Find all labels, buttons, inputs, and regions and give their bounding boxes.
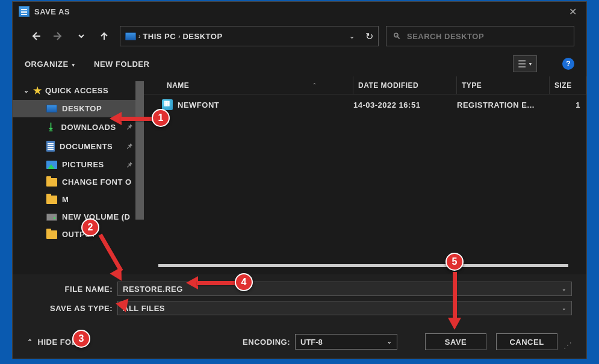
search-box[interactable]: 🔍︎: [386, 26, 574, 46]
search-icon: 🔍︎: [393, 31, 401, 41]
sidebar-item-label: DOWNLOADS: [61, 123, 116, 132]
cancel-button[interactable]: CANCEL: [496, 333, 557, 350]
sidebar-item-change-font-o[interactable]: CHANGE FONT O: [13, 173, 144, 191]
sidebar-header-quick-access[interactable]: ⌄ ★ QUICK ACCESS: [13, 81, 144, 100]
hide-folders-button[interactable]: ⌃ HIDE FOL: [27, 338, 76, 347]
folder-icon: [46, 196, 57, 204]
view-mode-button[interactable]: ☰▼: [513, 55, 537, 72]
column-type[interactable]: TYPE: [457, 76, 550, 94]
refresh-button[interactable]: ↻: [365, 31, 373, 42]
notepad-icon: [19, 6, 29, 17]
folder-icon: [46, 230, 57, 239]
save-button[interactable]: SAVE: [425, 333, 486, 350]
file-name-value: RESTORE.REG: [123, 285, 183, 294]
encoding-label: ENCODING:: [243, 338, 290, 347]
sidebar-item-desktop[interactable]: DESKTOP: [13, 100, 144, 117]
breadcrumb-leaf[interactable]: DESKTOP: [182, 32, 222, 41]
recent-dropdown[interactable]: [70, 25, 92, 47]
sidebar-scrollbar[interactable]: [135, 81, 144, 220]
quick-access-label: QUICK ACCESS: [45, 86, 108, 95]
encoding-select[interactable]: UTF-8 ⌄: [295, 334, 397, 350]
sidebar-item-label: PICTURES: [62, 160, 104, 169]
up-button[interactable]: [93, 25, 115, 47]
star-icon: ★: [33, 85, 42, 96]
file-row[interactable]: NEWFONT14-03-2022 16:51REGISTRATION E...…: [144, 94, 586, 115]
nav-row: › THIS PC › DESKTOP ⌄ ↻ 🔍︎: [13, 21, 586, 51]
pin-icon: 📌︎: [126, 161, 134, 169]
column-size[interactable]: SIZE: [550, 76, 586, 94]
sidebar-item-label: CHANGE FONT O: [62, 177, 132, 187]
file-name-label: FILE NAME:: [27, 285, 117, 294]
column-date[interactable]: DATE MODIFIED: [353, 76, 457, 94]
monitor-icon: [46, 105, 57, 113]
file-name: NEWFONT: [178, 100, 219, 110]
sidebar: ⌄ ★ QUICK ACCESS DESKTOP⭳DOWNLOADS📌︎DOCU…: [13, 76, 144, 274]
pin-icon: 📌︎: [126, 142, 134, 150]
save-type-value: ALL FILES: [123, 304, 165, 313]
sidebar-item-pictures[interactable]: PICTURES📌︎: [13, 156, 144, 173]
chevron-up-icon: ⌃: [27, 338, 33, 346]
actions-row: ⌃ HIDE FOL ENCODING: UTF-8 ⌄ SAVE CANCEL…: [27, 333, 572, 350]
sidebar-item-label: DESKTOP: [62, 104, 102, 113]
titlebar: SAVE AS ✕: [13, 2, 586, 21]
sidebar-item-label: OUTPUT: [62, 230, 96, 239]
file-date: 14-03-2022 16:51: [353, 100, 457, 110]
resize-grip[interactable]: ⋰: [563, 341, 572, 350]
sidebar-item-label: DOCUMENTS: [60, 142, 113, 151]
encoding-value: UTF-8: [300, 338, 323, 347]
column-name[interactable]: NAME⌃: [162, 76, 353, 94]
organize-menu[interactable]: ORGANIZE▼: [25, 60, 76, 69]
sidebar-item-new-volume-d[interactable]: NEW VOLUME (D: [13, 208, 144, 226]
chevron-right-icon: ›: [176, 33, 182, 40]
chevron-down-icon: ▼: [529, 62, 533, 66]
forward-button[interactable]: [48, 25, 69, 47]
chevron-down-icon: ▼: [71, 63, 76, 68]
list-icon: ☰: [518, 58, 526, 70]
close-button[interactable]: ✕: [562, 4, 584, 20]
chevron-down-icon: ⌄: [23, 87, 29, 94]
help-button[interactable]: ?: [562, 58, 574, 70]
file-size: 1: [550, 100, 586, 110]
toolbar: ORGANIZE▼ NEW FOLDER ☰▼ ?: [13, 51, 586, 76]
bottom-panel: FILE NAME: RESTORE.REG ⌄ SAVE AS TYPE: A…: [13, 274, 586, 359]
content-split: ⌄ ★ QUICK ACCESS DESKTOP⭳DOWNLOADS📌︎DOCU…: [13, 76, 586, 274]
organize-label: ORGANIZE: [25, 60, 69, 69]
save-as-dialog: SAVE AS ✕ › THIS PC › DESKTOP ⌄ ↻ 🔍︎ ORG…: [12, 1, 587, 359]
hide-folders-label: HIDE FOL: [38, 338, 77, 347]
new-folder-button[interactable]: NEW FOLDER: [94, 60, 149, 69]
chevron-down-icon[interactable]: ⌄: [349, 32, 355, 40]
chevron-down-icon[interactable]: ⌄: [562, 286, 567, 292]
pc-icon: [125, 32, 136, 40]
document-icon: [46, 141, 55, 152]
search-input[interactable]: [407, 32, 568, 41]
column-headers: NAME⌃ DATE MODIFIED TYPE SIZE: [144, 76, 586, 94]
picture-icon: [46, 161, 57, 169]
pin-icon: 📌︎: [126, 123, 134, 131]
chevron-down-icon[interactable]: ⌄: [562, 305, 567, 311]
address-bar[interactable]: › THIS PC › DESKTOP ⌄ ↻: [120, 26, 379, 46]
chevron-right-icon: ›: [136, 33, 143, 40]
sidebar-item-m[interactable]: M: [13, 191, 144, 208]
horizontal-scrollbar[interactable]: [158, 264, 568, 267]
sidebar-item-label: M: [62, 195, 69, 204]
sidebar-item-downloads[interactable]: ⭳DOWNLOADS📌︎: [13, 117, 144, 137]
download-icon: ⭳: [46, 122, 57, 132]
drive-icon: [46, 214, 57, 221]
sidebar-item-label: NEW VOLUME (D: [62, 212, 130, 221]
folder-icon: [46, 178, 57, 187]
chevron-down-icon[interactable]: ⌄: [387, 339, 392, 345]
window-title: SAVE AS: [34, 7, 562, 16]
save-type-label: SAVE AS TYPE:: [27, 304, 117, 313]
sort-indicator-icon: ⌃: [312, 82, 317, 88]
reg-file-icon: [162, 99, 173, 110]
file-type: REGISTRATION E...: [457, 100, 550, 110]
back-button[interactable]: [25, 25, 46, 47]
save-type-select[interactable]: ALL FILES ⌄: [117, 301, 572, 315]
file-name-input[interactable]: RESTORE.REG ⌄: [117, 282, 572, 296]
sidebar-item-documents[interactable]: DOCUMENTS📌︎: [13, 137, 144, 156]
breadcrumb-root[interactable]: THIS PC: [143, 32, 176, 41]
sidebar-item-output[interactable]: OUTPUT: [13, 226, 144, 243]
file-list-area: NAME⌃ DATE MODIFIED TYPE SIZE NEWFONT14-…: [144, 76, 586, 274]
